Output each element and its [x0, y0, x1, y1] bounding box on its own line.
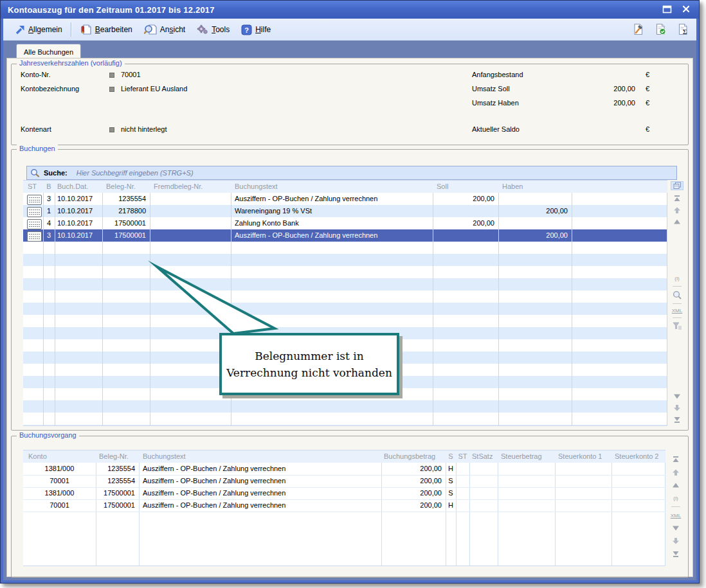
page-up-button[interactable] [671, 206, 683, 214]
cell-s: S [446, 475, 456, 487]
cell-st [456, 463, 469, 475]
xml-button[interactable]: XML [670, 511, 682, 520]
table-row[interactable]: 70001 1235554 Ausziffern - OP-Buchen / Z… [23, 475, 665, 487]
search-input[interactable]: Suche: Hier Suchbegriff eingeben (STRG+S… [26, 166, 677, 180]
paren-button[interactable]: (I) [671, 276, 683, 282]
document-hammer-button[interactable] [631, 21, 645, 37]
column-header-konto[interactable]: Konto [23, 450, 96, 463]
table-row[interactable]: 3 10.10.2017 1235554 Ausziffern - OP-Buc… [23, 193, 667, 205]
cell-text: Ausziffern - OP-Buchen / Zahlung verrech… [139, 463, 381, 475]
document-check-button[interactable] [653, 21, 667, 37]
menu-hilfe[interactable]: ? Hilfe [235, 21, 276, 38]
menu-allgemein[interactable]: Allgemein [8, 21, 68, 38]
table-row-selected[interactable]: 3 10.10.2017 17500001 Ausziffern - OP-Bu… [23, 229, 667, 242]
bullet-icon [109, 87, 114, 92]
column-header-text[interactable]: Buchungstext [139, 450, 381, 463]
gears-icon [197, 24, 208, 35]
cell-fremdbeleg [150, 193, 231, 205]
cell-b: 3 [43, 193, 55, 205]
column-separator [55, 193, 55, 425]
close-button[interactable] [680, 4, 691, 14]
tab-alle-buchungen[interactable]: Alle Buchungen [16, 44, 81, 59]
cell-beleg: 17500001 [96, 499, 139, 512]
row-up-button[interactable] [671, 218, 683, 226]
column-header-b[interactable]: B [43, 181, 55, 193]
zoom-row-button[interactable] [671, 290, 683, 299]
filter-button[interactable] [671, 322, 683, 330]
column-header-st[interactable]: ST [23, 181, 43, 193]
cell-betrag: 200,00 [381, 475, 446, 487]
table-row[interactable]: 4 10.10.2017 17500001 Zahlung Konto Bank… [23, 217, 667, 229]
cell-beleg: 17500001 [102, 217, 150, 229]
filter-icon [673, 322, 682, 330]
column-header-date[interactable]: Buch.Dat. [55, 181, 102, 193]
cell-konto: 1381/000 [23, 487, 96, 499]
scroll-bottom-button[interactable] [671, 416, 683, 423]
scroll-top-button[interactable] [671, 195, 683, 202]
column-header-steuerbetrag[interactable]: Steuerbetrag [498, 450, 555, 463]
title-bar[interactable]: Kontoauszug für den Zeitraum 01.2017 bis… [1, 1, 699, 19]
search-label: Suche: [44, 169, 68, 177]
svg-text:?: ? [244, 26, 249, 33]
column-chooser-button[interactable] [671, 181, 683, 190]
triangle-down-icon [672, 524, 680, 532]
page-down-button[interactable] [670, 537, 682, 546]
column-header-haben[interactable]: Haben [498, 181, 572, 193]
column-header-beleg[interactable]: Beleg-Nr. [96, 450, 139, 463]
xml-button[interactable]: XML [671, 307, 683, 314]
divider [673, 317, 682, 318]
table-row[interactable]: 1381/000 1235554 Ausziffern - OP-Buchen … [23, 463, 665, 475]
column-separator [139, 463, 140, 566]
table-row[interactable]: 70001 17500001 Ausziffern - OP-Buchen / … [23, 499, 665, 512]
document-check-icon [655, 23, 667, 35]
page-up-button[interactable] [670, 468, 682, 477]
restore-button[interactable] [662, 4, 673, 14]
row-separator [23, 475, 665, 476]
cell-beleg: 1235554 [96, 463, 139, 475]
cell-soll [433, 229, 498, 242]
column-header-s[interactable]: S [446, 450, 456, 463]
scroll-bottom-button[interactable] [670, 549, 682, 558]
paren-button[interactable]: (I) [670, 494, 682, 503]
scroll-bottom-icon [672, 550, 680, 558]
scroll-bottom-icon [673, 416, 681, 423]
column-header-betrag[interactable]: Buchungsbetrag [381, 450, 446, 463]
cell-beleg: 17500001 [102, 229, 150, 242]
bookings-title: Buchungen [17, 145, 58, 152]
cell-text: Zahlung Konto Bank [231, 217, 433, 229]
scroll-top-button[interactable] [670, 455, 682, 464]
triangle-up-icon [672, 481, 680, 489]
column-header-text[interactable]: Buchungstext [231, 181, 433, 193]
column-header-steuerkonto2[interactable]: Steuerkonto 2 [611, 450, 665, 463]
toolbar: Allgemein Bearbeiten Ansicht [3, 19, 696, 41]
cell-beleg: 1235554 [96, 475, 139, 487]
summary-groupbox: Jahresverkehrszahlen (vorläufig) Konto-N… [11, 64, 689, 145]
cell-steuerkonto1 [555, 475, 611, 487]
field-label: Kontobezeichnung [21, 85, 79, 93]
row-down-button[interactable] [671, 393, 683, 400]
page-down-button[interactable] [671, 404, 683, 412]
column-separator [381, 463, 382, 566]
column-header-beleg[interactable]: Beleg-Nr. [102, 181, 150, 193]
row-down-button[interactable] [670, 524, 682, 533]
column-header-steuerkonto1[interactable]: Steuerkonto 1 [555, 450, 611, 463]
column-header-stsatz[interactable]: StSatz [469, 450, 498, 463]
menu-bearbeiten[interactable]: Bearbeiten [75, 21, 138, 38]
table-row[interactable]: 1381/000 17500001 Ausziffern - OP-Buchen… [23, 487, 665, 499]
column-header-fremdbeleg[interactable]: Fremdbeleg-Nr. [150, 181, 231, 193]
content-panel: Jahresverkehrszahlen (vorläufig) Konto-N… [6, 58, 693, 577]
triangle-up-icon [673, 218, 681, 226]
cell-betrag: 200,00 [381, 499, 446, 512]
row-up-button[interactable] [670, 481, 682, 490]
column-header-st[interactable]: ST [456, 450, 469, 463]
column-header-soll[interactable]: Soll [433, 181, 498, 193]
record-icon [27, 207, 42, 217]
menu-tools[interactable]: Tools [191, 21, 235, 38]
column-separator [498, 193, 499, 425]
table-row[interactable]: 1 10.10.2017 2178800 Wareneingang 19 % V… [23, 205, 667, 217]
document-sigma-button[interactable]: Σ [676, 21, 690, 37]
menu-ansicht[interactable]: Ansicht [138, 21, 191, 38]
annotation-callout: Belegnummer ist in Verrechnung nicht vor… [219, 333, 399, 395]
cell-haben [498, 193, 572, 205]
cell-date: 10.10.2017 [55, 205, 102, 217]
